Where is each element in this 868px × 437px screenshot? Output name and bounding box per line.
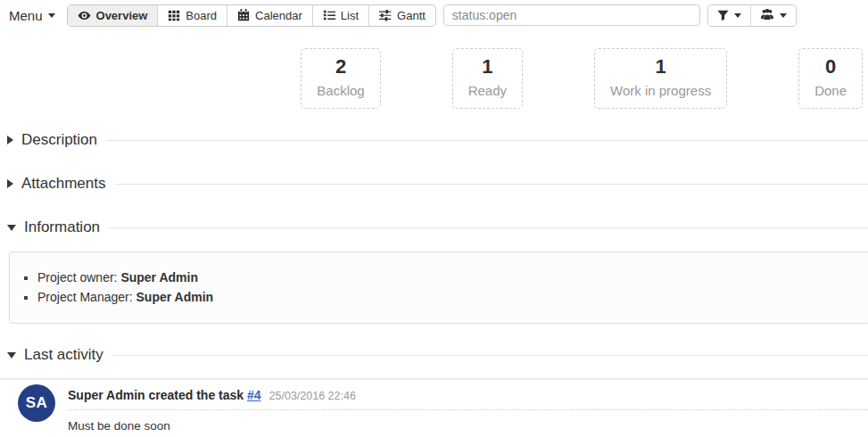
- info-value: Super Admin: [136, 290, 214, 304]
- stat-done: 0 Done: [798, 48, 863, 109]
- activity-title: Super Admin created the task #425/03/201…: [68, 388, 868, 410]
- filter-dropdown-button[interactable]: [708, 5, 750, 26]
- stat-value: 1: [610, 55, 711, 78]
- section-title: Description: [21, 131, 97, 149]
- calendar-icon: [237, 9, 250, 21]
- activity-title-text: Super Admin created the task: [68, 388, 247, 402]
- tab-calendar[interactable]: Calendar: [227, 5, 312, 26]
- triangle-right-icon: [7, 136, 13, 144]
- tab-board[interactable]: Board: [157, 5, 227, 26]
- activity-message: Must be done soon: [68, 419, 868, 433]
- activity-event: SA Super Admin created the task #425/03/…: [0, 378, 868, 433]
- sliders-icon: [379, 9, 392, 21]
- tab-list[interactable]: List: [312, 5, 368, 26]
- chevron-down-icon: [780, 13, 787, 18]
- funnel-icon: [717, 10, 729, 21]
- search-input[interactable]: [443, 4, 700, 26]
- users-icon: [760, 9, 774, 21]
- tab-label: Calendar: [255, 9, 302, 22]
- tab-label: Board: [186, 9, 217, 22]
- section-title: Attachments: [21, 175, 106, 193]
- triangle-down-icon: [7, 352, 16, 359]
- users-dropdown-button[interactable]: [750, 5, 796, 26]
- list-item: Project owner: Super Admin: [37, 268, 868, 287]
- activity-content: Super Admin created the task #425/03/201…: [68, 384, 868, 433]
- stat-label: Backlog: [317, 83, 364, 98]
- menu-dropdown[interactable]: Menu: [9, 8, 55, 23]
- chevron-down-icon: [734, 13, 741, 18]
- chevron-down-icon: [48, 13, 55, 18]
- column-stats-row: 2 Backlog 1 Ready 1 Work in progress 0 D…: [0, 48, 863, 109]
- info-label: Project Manager:: [37, 290, 136, 304]
- section-attachments[interactable]: Attachments: [7, 175, 868, 193]
- section-divider: [112, 355, 868, 356]
- grid-icon: [168, 9, 180, 21]
- section-divider: [109, 227, 868, 228]
- menu-label: Menu: [9, 8, 43, 23]
- info-label: Project owner:: [37, 270, 120, 284]
- stat-value: 0: [814, 55, 847, 78]
- tab-gantt[interactable]: Gantt: [368, 5, 435, 26]
- list-icon: [323, 9, 335, 21]
- triangle-down-icon: [7, 225, 16, 231]
- task-link[interactable]: #4: [247, 388, 261, 402]
- section-divider: [106, 140, 868, 141]
- stat-ready: 1 Ready: [452, 48, 523, 109]
- section-title: Last activity: [24, 346, 103, 364]
- stat-label: Ready: [468, 83, 507, 98]
- stat-value: 2: [317, 55, 364, 78]
- tab-label: List: [341, 9, 359, 22]
- tab-label: Overview: [96, 9, 148, 22]
- tab-label: Gantt: [397, 9, 426, 22]
- eye-icon: [78, 9, 91, 22]
- stat-label: Done: [814, 83, 847, 98]
- info-value: Super Admin: [120, 270, 198, 284]
- section-last-activity[interactable]: Last activity: [7, 346, 868, 364]
- information-panel: Project owner: Super Admin Project Manag…: [9, 251, 868, 324]
- triangle-right-icon: [7, 179, 13, 188]
- top-bar: Menu Overview Board Calendar List Gantt: [0, 0, 868, 27]
- section-information[interactable]: Information: [7, 218, 868, 236]
- stat-backlog: 2 Backlog: [301, 48, 380, 109]
- section-divider: [115, 184, 868, 185]
- section-description[interactable]: Description: [7, 131, 868, 149]
- stat-label: Work in progress: [610, 83, 711, 98]
- section-title: Information: [24, 218, 100, 236]
- stat-value: 1: [468, 55, 507, 78]
- information-list: Project owner: Super Admin Project Manag…: [10, 268, 868, 307]
- activity-timestamp: 25/03/2016 22:46: [269, 390, 356, 402]
- tab-overview[interactable]: Overview: [68, 5, 158, 26]
- list-item: Project Manager: Super Admin: [37, 287, 868, 307]
- stat-work-in-progress: 1 Work in progress: [594, 48, 727, 109]
- filter-button-group: [707, 4, 797, 27]
- avatar: SA: [18, 384, 55, 422]
- view-tabs: Overview Board Calendar List Gantt: [67, 4, 436, 27]
